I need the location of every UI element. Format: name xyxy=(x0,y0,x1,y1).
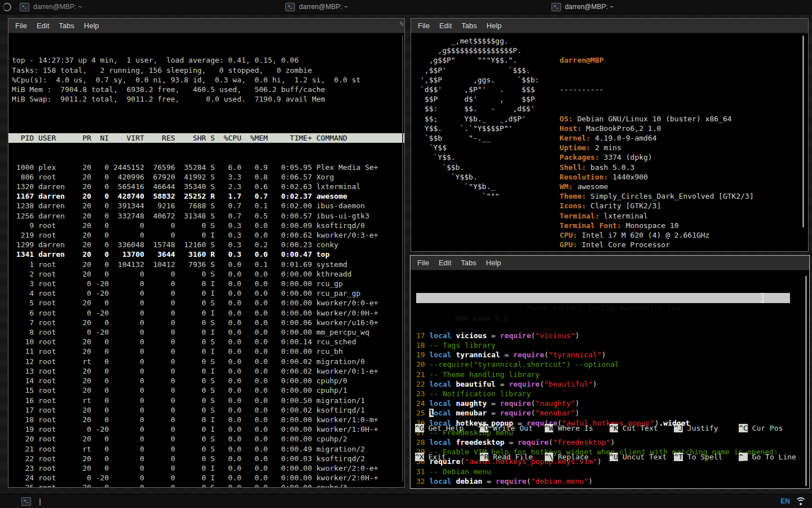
neofetch-info-line: Shell: bash 5.0.3 xyxy=(559,163,753,172)
neofetch-info: darren@MBP ---------- OS: Debian GNU/Lin… xyxy=(559,36,753,248)
process-row: 9 root 20 0 0 0 0 S 0.3 0.0 0:00.09 ksof… xyxy=(12,221,401,230)
menu-tabs[interactable]: Tabs xyxy=(59,21,74,30)
process-row: 5 root 20 0 0 0 0 S 0.0 0.0 0:00.00 kwor… xyxy=(12,298,401,308)
awesome-menu-icon[interactable] xyxy=(3,3,11,11)
terminal-launcher-icon[interactable]: >_ xyxy=(21,497,31,506)
statusbar: >_ | EN xyxy=(0,494,812,508)
nano-shortcut: ^_ Go To Line xyxy=(739,452,804,462)
neofetch-info-line: Uptime: 2 mins xyxy=(559,143,753,152)
neofetch-info-line: CPU: Intel i7 M 620 (4) @ 2.661GHz xyxy=(559,230,753,240)
neofetch-info-line: Resolution: 812x508 xyxy=(559,172,753,182)
debian-ascii-art: _,met$$$$$gg. ,g$$$$$$$$$$$$$$$P. ,g$$P"… xyxy=(414,36,539,248)
neofetch-info-line: OS: Debian GNU/Linux 10 (buster) x86_64 xyxy=(559,114,753,124)
process-row: 14 root 20 0 0 0 0 S 0.0 0.0 0:00.00 cpu… xyxy=(12,376,401,386)
process-row: 24 root 0 -20 0 0 0 I 0.0 0.0 0:00.00 kw… xyxy=(12,473,401,483)
neofetch-info-line: Host: MacBookPro6,2 1.0 xyxy=(559,124,753,133)
top-summary-line: MiB Swap: 9011.2 total, 9011.2 free, 0.0… xyxy=(12,94,401,104)
menu-edit[interactable]: Edit xyxy=(439,259,451,267)
keyboard-layout-indicator[interactable]: EN xyxy=(780,497,790,505)
tasklist: >_darren@MBP: ~>_darren@MBP: ~>_darren@M… xyxy=(15,0,812,14)
menu-help[interactable]: Help xyxy=(84,21,99,30)
taskbar-item-label: darren@MBP: ~ xyxy=(33,3,82,11)
menubar: FileEditTabsHelp xyxy=(411,19,808,33)
process-row: 20 root 20 0 0 0 0 S 0.0 0.0 0:00.00 cpu… xyxy=(12,434,401,444)
nano-shortcut-row: ^G Get Help^O Write Out^W Where Is^K Cut… xyxy=(415,423,804,433)
terminal-icon: >_ xyxy=(20,3,29,11)
nano-code-line: 22 local beautiful = require("beautiful"… xyxy=(416,379,805,389)
nano-code-line: 21 -- Theme handling library xyxy=(416,370,805,379)
menu-tabs[interactable]: Tabs xyxy=(461,259,476,267)
scrollbar[interactable] xyxy=(805,276,807,486)
neofetch-info-line: Terminal: lxterminal xyxy=(559,211,753,221)
process-row: 7 root 20 0 0 0 0 S 0.0 0.0 0:00.06 kwor… xyxy=(12,318,401,327)
top-summary-line: Tasks: 158 total, 2 running, 156 sleepin… xyxy=(12,65,401,75)
nano-shortcut: ^G Get Help xyxy=(415,423,480,433)
menu-help[interactable]: Help xyxy=(486,259,501,267)
process-row: 1256 darren 20 0 332748 40672 31348 S 0.… xyxy=(12,211,401,221)
desktop: >_darren@MBP: ~>_darren@MBP: ~>_darren@M… xyxy=(0,0,812,508)
taskbar-item[interactable]: >_darren@MBP: ~ xyxy=(280,0,546,14)
nano-code-line: 17 local vicious = require("vicious") xyxy=(416,331,805,340)
terminal-window-top: FileEditTabsHelp top - 14:27:37 up 4 min… xyxy=(8,18,405,488)
nano-shortcuts: ^G Get Help^O Write Out^W Where Is^K Cut… xyxy=(415,404,804,481)
process-row: 13 root 20 0 0 0 0 I 0.0 0.0 0:00.02 kwo… xyxy=(12,366,401,376)
nano-code-line: 20 --require("tyrannical.shortcut") --op… xyxy=(416,360,805,369)
terminal-window-neofetch: FileEditTabsHelp _,met$$$$$gg. ,g$$$$$$$… xyxy=(411,18,809,252)
terminal-icon: >_ xyxy=(285,3,295,11)
nano-file-path: /home/darren/.config/awesome/rc.lua xyxy=(416,303,790,313)
process-table: 1000 plex 20 0 2445152 76596 35284 S 6.0… xyxy=(12,163,401,487)
nano-shortcut: ^J Justify xyxy=(674,423,739,433)
process-row: 21 root rt 0 0 0 0 S 0.0 0.0 0:00.49 mig… xyxy=(12,444,401,454)
desktop-glyph: % xyxy=(400,20,404,28)
nano-shortcut: ^X Exit xyxy=(415,452,480,462)
network-icon[interactable] xyxy=(795,497,806,505)
top-output: top - 14:27:37 up 4 min, 1 user, load av… xyxy=(8,33,404,487)
taskbar-item[interactable]: >_darren@MBP: ~ xyxy=(15,0,280,14)
menu-file[interactable]: File xyxy=(417,259,429,267)
nano-code-line: 18 -- Tags library xyxy=(416,340,805,350)
line-number: 22 xyxy=(416,380,429,388)
neofetch-info-line: WM: awesome xyxy=(559,182,753,191)
process-row: 18 root 20 0 0 0 0 I 0.0 0.0 0:00.00 kwo… xyxy=(12,415,401,424)
process-row: 2 root 20 0 0 0 0 S 0.0 0.0 0:00.00 kthr… xyxy=(12,269,401,279)
process-row: 25 root 20 0 0 0 0 S 0.0 0.0 0:00.00 cpu… xyxy=(12,483,401,487)
scrollbar[interactable] xyxy=(402,36,403,481)
process-row: 1341 darren 20 0 13700 3644 3160 R 0.3 0… xyxy=(12,249,401,259)
process-row: 6 root 0 -20 0 0 0 I 0.0 0.0 0:00.00 kwo… xyxy=(12,308,401,318)
nano-shortcut-row: ^X Exit^R Read File^\ Replace^U Uncut Te… xyxy=(415,452,804,462)
line-number: 19 xyxy=(416,351,429,359)
nano-editor: /home/darren/.config/awesome/rc.lua GNU … xyxy=(411,270,809,488)
mouse-cursor-ibeam xyxy=(760,293,765,303)
nano-shortcut: ^W Where Is xyxy=(545,423,610,433)
line-number: 18 xyxy=(416,341,429,349)
menubar: FileEditTabsHelp xyxy=(8,19,404,33)
process-row: 1299 darren 20 0 336048 15748 12160 S 0.… xyxy=(12,240,401,249)
process-row: 23 root 20 0 0 0 0 I 0.0 0.0 0:00.00 kwo… xyxy=(12,463,401,473)
menu-tabs[interactable]: Tabs xyxy=(461,21,476,30)
nano-shortcut: ^O Write Out xyxy=(480,423,545,433)
process-row: 10 root 20 0 0 0 0 S 0.0 0.0 0:00.14 rcu… xyxy=(12,337,401,347)
menu-edit[interactable]: Edit xyxy=(439,21,452,30)
nano-version: GNU nano 3.2 xyxy=(452,314,508,322)
neofetch-info-line: GPU: NVIDIA GeForce GT 330M xyxy=(559,249,753,251)
taskbar-item[interactable]: >_darren@MBP: ~ xyxy=(546,0,812,14)
neofetch-title: darren@MBP xyxy=(559,55,753,65)
top-summary: top - 14:27:37 up 4 min, 1 user, load av… xyxy=(12,55,401,104)
nano-shortcut: ^\ Replace xyxy=(545,452,610,462)
process-row: 1000 plex 20 0 2445152 76596 35284 S 6.0… xyxy=(12,163,401,172)
process-row: 1238 darren 20 0 391344 9216 7688 S 0.7 … xyxy=(12,201,401,211)
nano-code-line: 23 -- Notification library xyxy=(416,389,805,398)
scrollbar[interactable] xyxy=(802,36,804,227)
process-table-header: PID USER PR NI VIRT RES SHR S %CPU %MEM … xyxy=(8,133,404,143)
neofetch-info-line: GPU: Intel Core Processor xyxy=(559,240,753,249)
process-row: 219 root 20 0 0 0 0 I 0.3 0.0 0:00.62 kw… xyxy=(12,230,401,240)
menu-edit[interactable]: Edit xyxy=(37,21,49,30)
nano-shortcut: ^U Uncut Text xyxy=(610,452,674,462)
menu-help[interactable]: Help xyxy=(487,21,502,30)
menu-file[interactable]: File xyxy=(15,21,27,30)
line-number: 21 xyxy=(416,370,429,379)
menu-file[interactable]: File xyxy=(418,21,430,30)
tray-text-cursor: | xyxy=(38,497,42,506)
process-row: 17 root 20 0 0 0 0 S 0.0 0.0 0:00.02 kso… xyxy=(12,405,401,415)
process-row: 12 root rt 0 0 0 0 S 0.0 0.0 0:00.02 mig… xyxy=(12,357,401,366)
